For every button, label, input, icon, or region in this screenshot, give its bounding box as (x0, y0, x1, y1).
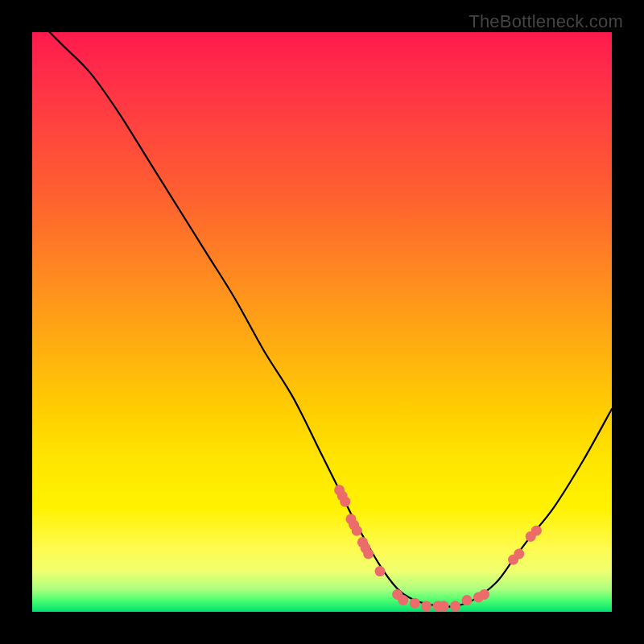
curve-marker-dot (514, 549, 524, 559)
curve-marker-dot (462, 595, 473, 605)
curve-marker-dot (531, 526, 542, 536)
curve-marker-dot (421, 601, 431, 611)
curve-markers (334, 485, 542, 611)
curve-marker-dot (439, 601, 449, 611)
curve-marker-dot (340, 497, 350, 507)
bottleneck-curve-line (32, 32, 612, 607)
curve-marker-dot (352, 526, 362, 536)
curve-marker-dot (479, 589, 489, 600)
curve-marker-dot (450, 601, 460, 611)
chart-plot-area (32, 32, 612, 612)
curve-marker-dot (410, 598, 420, 609)
curve-marker-dot (375, 566, 386, 576)
watermark-text: TheBottleneck.com (469, 11, 623, 32)
curve-marker-dot (398, 595, 408, 605)
curve-marker-dot (363, 549, 374, 559)
chart-svg (32, 32, 612, 612)
